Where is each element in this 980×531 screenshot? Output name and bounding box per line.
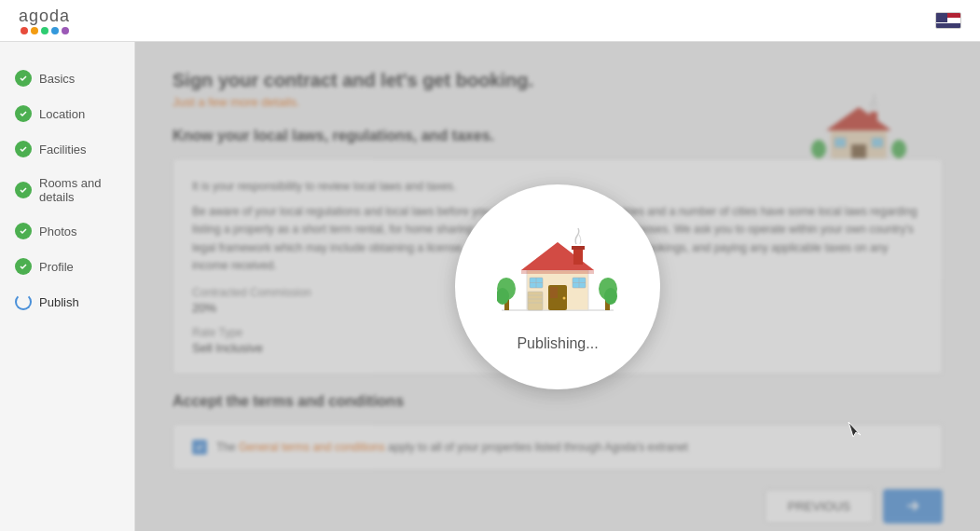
publishing-modal: Publishing... <box>455 184 660 389</box>
profile-check-icon <box>15 258 32 275</box>
sidebar-label-publish: Publish <box>39 295 79 309</box>
sidebar-item-photos[interactable]: Photos <box>0 213 134 249</box>
dot-purple <box>62 27 69 34</box>
dot-green <box>41 27 48 34</box>
basics-check-icon <box>15 70 32 87</box>
svg-point-22 <box>563 296 566 299</box>
modal-house-illustration <box>497 222 618 324</box>
agoda-logo: agoda <box>19 7 70 34</box>
svg-rect-18 <box>573 248 583 265</box>
svg-rect-19 <box>572 246 585 250</box>
sidebar-label-basics: Basics <box>39 72 75 86</box>
sidebar-label-location: Location <box>39 107 85 121</box>
publishing-text: Publishing... <box>517 335 598 352</box>
sidebar-item-basics[interactable]: Basics <box>0 61 134 96</box>
sidebar-label-rooms: Rooms and details <box>39 176 119 204</box>
sidebar-item-profile[interactable]: Profile <box>0 249 134 284</box>
photos-check-icon <box>15 223 32 239</box>
sidebar-item-location[interactable]: Location <box>0 96 134 131</box>
svg-rect-21 <box>550 287 558 298</box>
dot-blue <box>51 27 59 34</box>
dot-orange <box>31 27 38 34</box>
sidebar-item-publish[interactable]: Publish <box>0 284 134 320</box>
location-check-icon <box>15 105 32 122</box>
dot-red <box>21 27 28 34</box>
sidebar-label-photos: Photos <box>39 225 76 238</box>
main-layout: Basics Location Facilities <box>0 42 980 531</box>
content-area: Sign your contract and let's get booking… <box>135 42 980 531</box>
logo-text: agoda <box>19 7 70 26</box>
language-flag[interactable] <box>935 12 961 29</box>
svg-rect-29 <box>528 292 543 310</box>
sidebar-item-rooms[interactable]: Rooms and details <box>0 167 134 213</box>
sidebar-label-profile: Profile <box>39 260 74 274</box>
svg-point-35 <box>604 288 617 305</box>
logo-dots <box>21 27 69 34</box>
sidebar-item-facilities[interactable]: Facilities <box>0 131 134 167</box>
publishing-overlay: Publishing... <box>135 42 980 531</box>
publish-spin-icon <box>15 293 32 310</box>
rooms-check-icon <box>15 182 32 198</box>
sidebar: Basics Location Facilities <box>0 42 135 531</box>
app-header: agoda <box>0 0 980 42</box>
facilities-check-icon <box>15 141 32 157</box>
sidebar-label-facilities: Facilities <box>39 143 87 157</box>
